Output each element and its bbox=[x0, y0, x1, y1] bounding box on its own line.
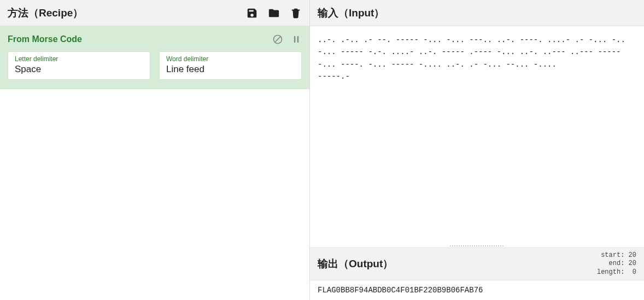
recipe-title: 方法（Recipe） bbox=[8, 6, 83, 20]
operation-controls bbox=[272, 34, 302, 45]
recipe-toolbar bbox=[246, 7, 302, 19]
arg-label: Letter delimiter bbox=[15, 55, 143, 63]
arg-value: Line feed bbox=[166, 64, 295, 75]
pause-icon[interactable] bbox=[291, 34, 302, 45]
folder-icon[interactable] bbox=[268, 7, 280, 19]
word-delimiter-select[interactable]: Word delimiter Line feed bbox=[159, 51, 302, 80]
input-textarea[interactable]: ..-. .-.. .- --. ----- -... -... ---.. .… bbox=[310, 26, 644, 244]
save-icon[interactable] bbox=[246, 7, 258, 19]
output-meta: start: 20 end: 20 length: 0 bbox=[597, 251, 636, 277]
arg-value: Space bbox=[15, 64, 143, 75]
output-title: 输出（Output） bbox=[318, 257, 393, 271]
output-header: 输出（Output） start: 20 end: 20 length: 0 bbox=[310, 248, 644, 280]
input-header: 输入（Input） bbox=[310, 0, 644, 26]
operation-card[interactable]: From Morse Code Letter delimiter Space W… bbox=[0, 26, 309, 89]
meta-start: start: 20 bbox=[597, 251, 636, 260]
recipe-header: 方法（Recipe） bbox=[0, 0, 309, 26]
io-panel: 输入（Input） ..-. .-.. .- --. ----- -... -.… bbox=[310, 0, 644, 300]
operation-header: From Morse Code bbox=[8, 34, 302, 45]
input-title: 输入（Input） bbox=[318, 6, 384, 20]
svg-line-1 bbox=[275, 37, 280, 42]
disable-icon[interactable] bbox=[272, 34, 283, 45]
output-textarea[interactable]: FLAG0BB8F94ABDB0C4F01BF220B9B06FAB76 bbox=[310, 280, 644, 300]
meta-length: length: 0 bbox=[597, 268, 636, 277]
operation-args: Letter delimiter Space Word delimiter Li… bbox=[8, 51, 302, 80]
letter-delimiter-select[interactable]: Letter delimiter Space bbox=[8, 51, 150, 80]
svg-rect-2 bbox=[294, 36, 296, 43]
meta-end: end: 20 bbox=[597, 260, 636, 268]
recipe-panel: 方法（Recipe） From Morse Code bbox=[0, 0, 310, 300]
app-root: 方法（Recipe） From Morse Code bbox=[0, 0, 644, 300]
operation-title: From Morse Code bbox=[8, 34, 82, 44]
svg-rect-3 bbox=[297, 36, 299, 43]
arg-label: Word delimiter bbox=[166, 55, 295, 63]
trash-icon[interactable] bbox=[290, 7, 302, 19]
